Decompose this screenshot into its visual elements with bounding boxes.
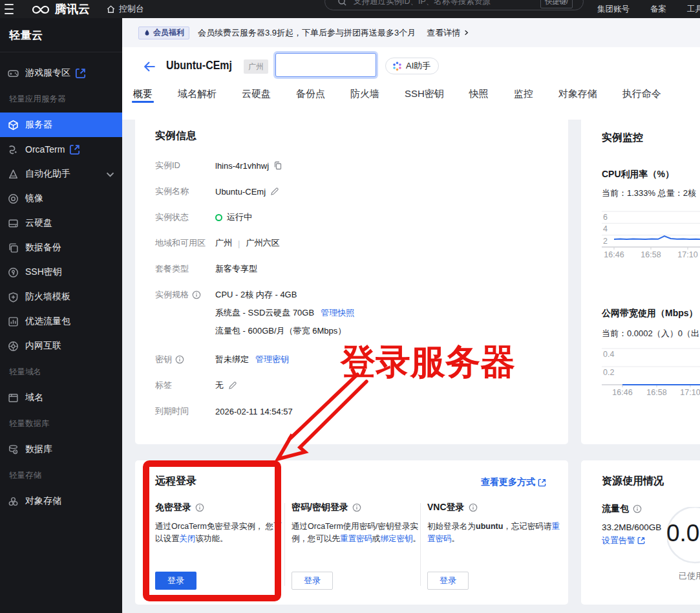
zone-region-value: 广州 [215,237,232,249]
tab-概要[interactable]: 概要 [133,88,153,103]
reset-password-link[interactable]: 重置密码 [340,534,372,543]
sidebar-item-assistant[interactable]: 自动化助手 [0,162,122,186]
search-icon [337,0,347,6]
tencent-cloud-logo-icon [31,3,50,16]
vnc-info-icon[interactable] [469,503,478,512]
sidebar-item-label: 数据库 [25,444,52,455]
topbar-link-icp[interactable]: 备案 [650,4,666,15]
page-title: Ubuntu-CEmj [166,58,232,72]
chevron-down-icon [105,169,116,180]
instance-header: Ubuntu-CEmj 广州 AI助手 概要域名解析云硬盘备份点防火墙SSH密钥… [122,47,700,120]
traffic-icon [8,316,19,327]
traffic-usage-value: 33.2MB/600GB [602,522,661,532]
console-label: 控制台 [119,3,144,15]
vnc-login-column: VNC登录 初始登录名为ubuntu，忘记密码请重置密码。 登录 [421,502,551,590]
tab-执行命令[interactable]: 执行命令 [622,88,661,103]
sidebar-item-gamepad[interactable]: 游戏服专区 [0,61,122,85]
sidebar-item-cos[interactable]: 对象存储 [0,489,122,513]
sidebar-item-disk[interactable]: 云硬盘 [0,211,122,235]
network-icon [8,341,19,352]
instance-info-card: 实例信息 实例ID lhins-4r1vhhwj 实例名称 Ubuntu-CEm… [135,116,568,444]
password-login-button[interactable]: 登录 [292,572,333,590]
sidebar-item-server[interactable]: 服务器 [0,113,122,137]
member-benefit-badge: 会员福利 [138,27,189,39]
row-instance-id: 实例ID lhins-4r1vhhwj [155,153,555,178]
vnc-login-heading: VNC登录 [427,502,465,513]
edit-tag-icon[interactable] [228,381,237,390]
disk-icon [8,218,19,229]
instance-info-title: 实例信息 [155,129,196,143]
sidebar-item-image[interactable]: 镜像 [0,186,122,211]
database-icon [8,444,19,455]
topbar-link-org-account[interactable]: 集团账号 [597,4,630,15]
backup-icon [8,242,19,253]
instance-id-value: lhins-4r1vhhwj [215,161,269,171]
topbar-search-box[interactable]: 支持通过实例ID、IP、名称等搜索资源 快捷键/ [324,0,584,10]
instance-id-label: 实例ID [155,160,215,171]
bind-key-link[interactable]: 绑定密钥 [381,534,413,543]
sidebar-item-label: 游戏服专区 [25,67,70,79]
sidebar-item-domain[interactable]: 域名 [0,385,122,410]
sidebar-item-label: 镜像 [25,193,43,204]
ai-assistant-button[interactable]: AI助手 [385,58,439,74]
more-login-methods-label: 查看更多方式 [481,477,535,488]
chevron-right-icon [463,29,470,36]
monitor-title: 实例监控 [602,131,643,145]
bandwidth-chart-current: 当前：0.0002（入）0（出） [602,328,700,339]
plan-value: 新客专享型 [215,263,257,275]
promo-details-link[interactable]: 查看详情 [427,27,470,39]
key-info-icon[interactable] [175,355,184,364]
sidebar-item-orcaterm[interactable]: OrcaTerm [0,137,122,162]
sidebar-item-network[interactable]: 内网互联 [0,334,122,358]
tab-SSH密钥[interactable]: SSH密钥 [405,88,444,103]
shortcut-hint-chip: 快捷键/ [540,0,573,8]
tab-备份点[interactable]: 备份点 [296,88,325,103]
ai-sparkle-icon [392,61,403,72]
topbar-link-tools[interactable]: 工具 [687,4,700,15]
set-alarm-label: 设置告警 [602,535,635,546]
instance-name-input[interactable] [275,53,376,77]
edit-name-icon[interactable] [270,187,279,196]
vnc-login-button[interactable]: 登录 [427,572,469,590]
plan-label: 套餐类型 [155,263,215,275]
region-badge: 广州 [244,59,268,74]
tab-防火墙[interactable]: 防火墙 [350,88,379,103]
tab-云硬盘[interactable]: 云硬盘 [242,88,271,103]
sidebar-item-backup[interactable]: 数据备份 [0,235,122,260]
row-expire: 到期时间 2026-02-11 14:54:57 [155,398,555,424]
console-link[interactable]: 控制台 [106,3,144,15]
tab-监控[interactable]: 监控 [514,88,533,103]
cpu-chart-title: CPU利用率（%） [602,169,674,180]
password-info-icon[interactable] [352,503,361,512]
traffic-pack-label: 流量包 [602,503,642,515]
annotation-rectangle [143,460,281,601]
external-link-icon [69,144,80,155]
tab-域名解析[interactable]: 域名解析 [178,88,217,103]
sidebar-item-label: 自动化助手 [25,168,70,180]
tab-快照[interactable]: 快照 [469,88,489,103]
svg-text:0.4: 0.4 [603,350,614,359]
sidebar-item-database[interactable]: 数据库 [0,437,122,462]
back-button[interactable] [142,59,157,74]
sidebar-item-key[interactable]: SSH密钥 [0,260,122,285]
sidebar-section-label: 轻量应用服务器 [0,85,122,113]
sidebar-item-label: 内网互联 [25,340,61,352]
sidebar-item-traffic[interactable]: 优选流量包 [0,309,122,334]
manage-key-link[interactable]: 管理密钥 [255,354,289,365]
svg-text:0.2: 0.2 [603,368,614,377]
topbar-links: 集团账号 备案 工具 [577,0,700,18]
promo-text: 会员续费云服务器3.9折起，下单后参与拼团再送最多3个月 [198,27,416,39]
promo-banner: 会员福利 会员续费云服务器3.9折起，下单后参与拼团再送最多3个月 查看详情 [122,18,700,47]
expire-value: 2026-02-11 14:54:57 [215,407,293,416]
more-login-methods-link[interactable]: 查看更多方式 [481,477,546,488]
tencent-cloud-logo[interactable]: 腾讯云 [31,1,90,17]
traffic-info-icon[interactable] [633,504,642,513]
set-alarm-link[interactable]: 设置告警 [602,535,645,546]
manage-snapshot-link[interactable]: 管理快照 [321,308,354,317]
sidebar-item-label: OrcaTerm [25,144,65,155]
sidebar-item-shield[interactable]: 防火墙模板 [0,285,122,309]
tab-对象存储[interactable]: 对象存储 [558,88,597,103]
spec-info-icon[interactable] [192,290,201,299]
copy-icon[interactable] [273,161,282,170]
hamburger-menu-icon[interactable] [1,0,17,18]
